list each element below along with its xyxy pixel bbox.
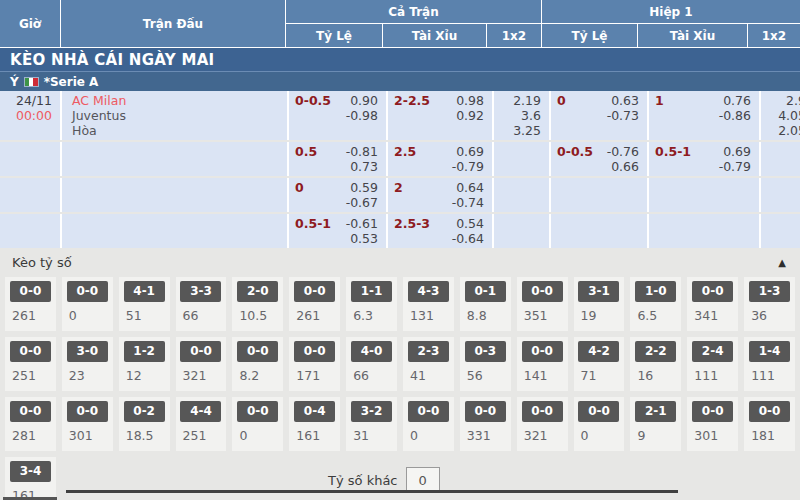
score-bet-cell[interactable]: 1-4111 xyxy=(744,337,795,391)
score-bet-cell[interactable]: 3-119 xyxy=(574,277,625,331)
odds-value[interactable]: 0.92 xyxy=(394,108,484,123)
odds-values: 0.63-0.73 xyxy=(557,93,639,123)
ft-1x2-cell: 2.193.63.25 xyxy=(494,91,549,140)
score-chip: 2-4 xyxy=(692,341,733,362)
odds-value[interactable]: 2.05 xyxy=(767,123,800,138)
score-bet-cell[interactable]: 0-0321 xyxy=(517,397,568,451)
odds-value[interactable]: 2.19 xyxy=(500,93,541,108)
score-bet-cell[interactable]: 4-3131 xyxy=(403,277,454,331)
score-bet-cell[interactable]: 0-08.2 xyxy=(232,337,283,391)
handicap-value: 2.5-3 xyxy=(394,216,430,231)
score-bet-cell[interactable]: 3-4161 xyxy=(5,457,56,500)
score-bet-cell[interactable]: 3-023 xyxy=(62,337,113,391)
ft-handicap-cell: 0.59-0.670 xyxy=(289,178,386,212)
score-bet-cell[interactable]: 0-356 xyxy=(460,337,511,391)
score-bet-cell[interactable]: 0-0351 xyxy=(517,277,568,331)
other-score-label: Tỷ số khác xyxy=(328,473,398,488)
score-odds: 181 xyxy=(751,428,795,443)
h1-overunder-cell: 0.69-0.790.5-1 xyxy=(649,142,759,176)
collapse-triangle-icon[interactable]: ▲ xyxy=(778,257,786,268)
score-odds: 10.5 xyxy=(239,308,283,323)
odds-value[interactable]: -0.74 xyxy=(394,195,484,210)
odds-value[interactable]: 0.73 xyxy=(295,159,378,174)
header-group-firsthalf: Hiệp 1 xyxy=(541,0,800,24)
away-team-name[interactable]: Juventus xyxy=(72,108,287,123)
score-chip: 0-0 xyxy=(692,401,733,422)
score-bet-cell[interactable]: 0-00 xyxy=(232,397,283,451)
odds-value[interactable]: -0.79 xyxy=(394,159,484,174)
score-bet-cell[interactable]: 0-0171 xyxy=(289,337,340,391)
score-bet-cell[interactable]: 0-00 xyxy=(62,277,113,331)
score-chip: 3-3 xyxy=(180,281,221,302)
score-bet-cell[interactable]: 0-0301 xyxy=(687,397,738,451)
odds-value[interactable]: 0.63 xyxy=(557,93,639,108)
score-bet-cell[interactable]: 0-4161 xyxy=(289,397,340,451)
score-bet-cell[interactable]: 0-00 xyxy=(403,397,454,451)
score-bet-cell[interactable]: 0-0181 xyxy=(744,397,795,451)
odds-value[interactable]: -0.98 xyxy=(295,108,378,123)
score-section-header: Kèo tỷ số ▲ xyxy=(0,250,800,274)
odds-value[interactable]: 2.9 xyxy=(767,93,800,108)
score-bet-cell[interactable]: 0-0341 xyxy=(687,277,738,331)
score-chip: 0-0 xyxy=(522,341,563,362)
score-bet-cell[interactable]: 0-0141 xyxy=(517,337,568,391)
score-chip: 0-3 xyxy=(465,341,506,362)
score-bet-cell[interactable]: 3-366 xyxy=(176,277,227,331)
score-bet-cell[interactable]: 0-0321 xyxy=(176,337,227,391)
score-bet-cell[interactable]: 0-0261 xyxy=(289,277,340,331)
score-odds: 141 xyxy=(524,368,568,383)
handicap-value: 0-0.5 xyxy=(557,144,593,159)
score-bet-cell[interactable]: 1-212 xyxy=(119,337,170,391)
odds-value[interactable]: -0.64 xyxy=(394,231,484,246)
handicap-value: 0.5-1 xyxy=(295,216,331,231)
odds-value[interactable]: -0.73 xyxy=(557,108,639,123)
score-bet-cell[interactable]: 0-0331 xyxy=(460,397,511,451)
score-bet-cell[interactable]: 4-066 xyxy=(346,337,397,391)
score-bet-cell[interactable]: 1-16.3 xyxy=(346,277,397,331)
odds-value[interactable]: 0.53 xyxy=(295,231,378,246)
handicap-value: 1 xyxy=(655,93,664,108)
score-chip: 0-0 xyxy=(10,401,51,422)
score-bet-cell[interactable]: 0-0251 xyxy=(5,337,56,391)
score-bet-cell[interactable]: 4-151 xyxy=(119,277,170,331)
odds-body: 24/1100:00AC MilanJuventusHòa0.90-0.980-… xyxy=(0,91,800,248)
odds-value[interactable]: 0.76 xyxy=(655,93,751,108)
odds-value[interactable]: 3.25 xyxy=(500,123,541,138)
odds-value[interactable]: 3.6 xyxy=(500,108,541,123)
score-bet-cell[interactable]: 4-4251 xyxy=(176,397,227,451)
score-bet-cell[interactable]: 0-0301 xyxy=(62,397,113,451)
handicap-value: 0.5-1 xyxy=(655,144,691,159)
score-chip: 0-2 xyxy=(124,401,165,422)
score-bet-cell[interactable]: 4-271 xyxy=(574,337,625,391)
odds-value[interactable]: -0.86 xyxy=(655,108,751,123)
odds-value[interactable]: 0.66 xyxy=(557,159,639,174)
score-bet-cell[interactable]: 0-00 xyxy=(574,397,625,451)
score-bet-cell[interactable]: 3-231 xyxy=(346,397,397,451)
score-bet-cell[interactable]: 1-06.5 xyxy=(630,277,681,331)
score-bet-cell[interactable]: 0-0281 xyxy=(5,397,56,451)
odds-value[interactable]: 4.05 xyxy=(767,108,800,123)
ft-overunder-cell: 0.980.922-2.5 xyxy=(388,91,492,140)
score-bet-cell[interactable]: 0-218.5 xyxy=(119,397,170,451)
score-chip: 4-1 xyxy=(124,281,165,302)
odds-value[interactable]: 0.59 xyxy=(295,180,378,195)
score-bet-cell[interactable]: 2-341 xyxy=(403,337,454,391)
score-chip: 0-4 xyxy=(294,401,335,422)
score-bet-cell[interactable]: 2-19 xyxy=(630,397,681,451)
score-bet-cell[interactable]: 2-4111 xyxy=(687,337,738,391)
odds-value[interactable]: -0.67 xyxy=(295,195,378,210)
score-bet-cell[interactable]: 2-216 xyxy=(630,337,681,391)
score-chip: 4-4 xyxy=(180,401,221,422)
home-team-name[interactable]: AC Milan xyxy=(72,93,287,108)
score-bet-cell[interactable]: 0-0261 xyxy=(5,277,56,331)
handicap-value: 0 xyxy=(295,180,304,195)
score-chip: 1-4 xyxy=(749,341,790,362)
score-bet-cell[interactable]: 0-18.8 xyxy=(460,277,511,331)
odds-value[interactable]: -0.79 xyxy=(655,159,751,174)
score-bet-cell[interactable]: 2-010.5 xyxy=(232,277,283,331)
draw-label: Hòa xyxy=(72,123,287,138)
league-row[interactable]: Ý *Serie A xyxy=(0,71,800,91)
odds-value[interactable]: 0.64 xyxy=(394,180,484,195)
score-chip: 2-3 xyxy=(408,341,449,362)
score-bet-cell[interactable]: 1-336 xyxy=(744,277,795,331)
